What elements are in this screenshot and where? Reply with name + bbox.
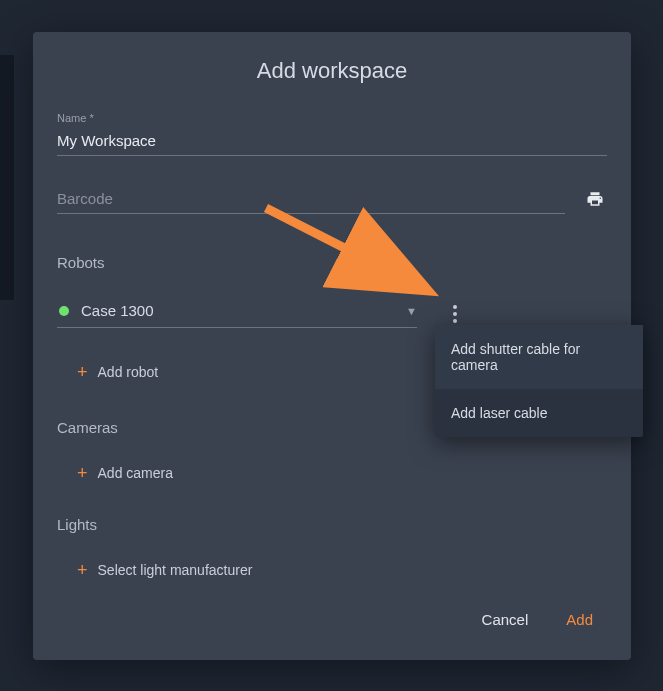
kebab-icon (453, 319, 457, 323)
print-barcode-button[interactable] (583, 188, 607, 213)
status-indicator-icon (59, 306, 69, 316)
add-camera-label: Add camera (98, 465, 173, 481)
lights-section: Lights + Select light manufacturer (57, 516, 607, 579)
menu-item-add-shutter-cable[interactable]: Add shutter cable for camera (435, 325, 643, 389)
barcode-row (57, 186, 607, 214)
barcode-input[interactable] (57, 186, 565, 214)
menu-item-add-laser-cable[interactable]: Add laser cable (435, 389, 643, 437)
lights-heading: Lights (57, 516, 607, 533)
cancel-button[interactable]: Cancel (478, 605, 533, 634)
dialog-title: Add workspace (57, 58, 607, 84)
name-label: Name * (57, 112, 607, 124)
print-icon (585, 190, 605, 208)
add-robot-label: Add robot (98, 364, 159, 380)
add-camera-button[interactable]: + Add camera (77, 464, 173, 482)
plus-icon: + (77, 464, 88, 482)
select-light-manufacturer-button[interactable]: + Select light manufacturer (77, 561, 252, 579)
name-input[interactable] (57, 128, 607, 156)
chevron-down-icon: ▼ (406, 305, 417, 317)
robot-select[interactable]: Case 1300 ▼ (57, 300, 417, 328)
dialog-actions: Cancel Add (478, 605, 597, 634)
add-button[interactable]: Add (562, 605, 597, 634)
background-sidebar-stripe (0, 55, 14, 300)
name-field-group: Name * (57, 112, 607, 156)
kebab-icon (453, 312, 457, 316)
plus-icon: + (77, 561, 88, 579)
plus-icon: + (77, 363, 88, 381)
robots-heading: Robots (57, 254, 607, 271)
kebab-icon (453, 305, 457, 309)
robot-context-menu: Add shutter cable for camera Add laser c… (435, 325, 643, 437)
robot-selected-label: Case 1300 (81, 302, 406, 319)
add-robot-button[interactable]: + Add robot (77, 363, 158, 381)
select-light-label: Select light manufacturer (98, 562, 253, 578)
